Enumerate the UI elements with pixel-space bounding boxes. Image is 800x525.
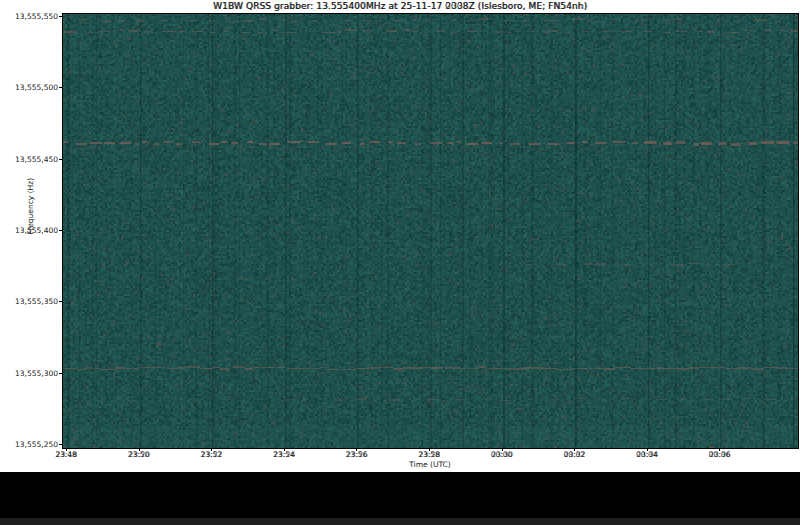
y-tick-label: 13,555,550	[15, 12, 58, 21]
x-axis-label: Time (UTC)	[409, 460, 450, 469]
x-tick-label-text: 23:56	[346, 450, 368, 459]
filename-status-bar: W1BW-22m.1446x853.2025-11-17-233820.jpg …	[0, 472, 800, 518]
x-tick-label-text: 00:04	[636, 450, 658, 459]
x-tick-label-text: 00:06	[709, 450, 731, 459]
qrss-grabber-screenshot: W1BW QRSS grabber: 13.555400MHz at 25-11…	[0, 0, 800, 525]
y-tick-mark	[59, 230, 62, 231]
x-tick-label-text: 23:48	[55, 450, 77, 459]
y-tick-mark	[59, 87, 62, 88]
y-tick-label: 13,555,450	[15, 154, 58, 163]
x-tick-label: 23:3400:04	[636, 450, 658, 459]
x-tick-label-text: 23:50	[128, 450, 150, 459]
y-tick-mark	[59, 159, 62, 160]
bottom-strip	[0, 518, 800, 525]
x-tick-label-text: 00:00	[491, 450, 513, 459]
y-tick-mark	[59, 373, 62, 374]
x-tick-label: 23:2623:56	[346, 450, 368, 459]
x-tick-label-text: 23:58	[418, 450, 440, 459]
y-tick-label: 13,555,250	[15, 440, 58, 449]
x-tick-label: 23:2223:52	[200, 450, 222, 459]
x-tick-label: 23:3000:00	[491, 450, 513, 459]
x-tick-label-text: 00:02	[563, 450, 585, 459]
x-tick-label: 23:1823:48	[55, 450, 77, 459]
x-tick-label: 23:2423:54	[273, 450, 295, 459]
figure-title: W1BW QRSS grabber: 13.555400MHz at 25-11…	[213, 1, 587, 11]
y-tick-mark	[59, 444, 62, 445]
y-tick-label: 13,555,300	[15, 368, 58, 377]
y-tick-mark	[59, 301, 62, 302]
spectrogram-figure: W1BW QRSS grabber: 13.555400MHz at 25-11…	[0, 0, 800, 472]
figure-title-text: W1BW QRSS grabber: 13.555400MHz at 25-11…	[213, 1, 587, 11]
spectrogram-plot-area	[62, 13, 799, 449]
x-tick-label: 23:2823:58	[418, 450, 440, 459]
y-tick-label: 13,555,500	[15, 83, 58, 92]
x-tick-label-text: 23:52	[200, 450, 222, 459]
x-tick-label: 23:3200:02	[563, 450, 585, 459]
x-tick-label: 23:3600:06	[709, 450, 731, 459]
y-tick-mark	[59, 16, 62, 17]
y-tick-label: 13,555,400	[15, 226, 58, 235]
y-tick-label: 13,555,350	[15, 297, 58, 306]
x-tick-label: 23:2023:50	[128, 450, 150, 459]
x-tick-label-text: 23:54	[273, 450, 295, 459]
spectrogram-waterfall-canvas	[63, 14, 798, 448]
